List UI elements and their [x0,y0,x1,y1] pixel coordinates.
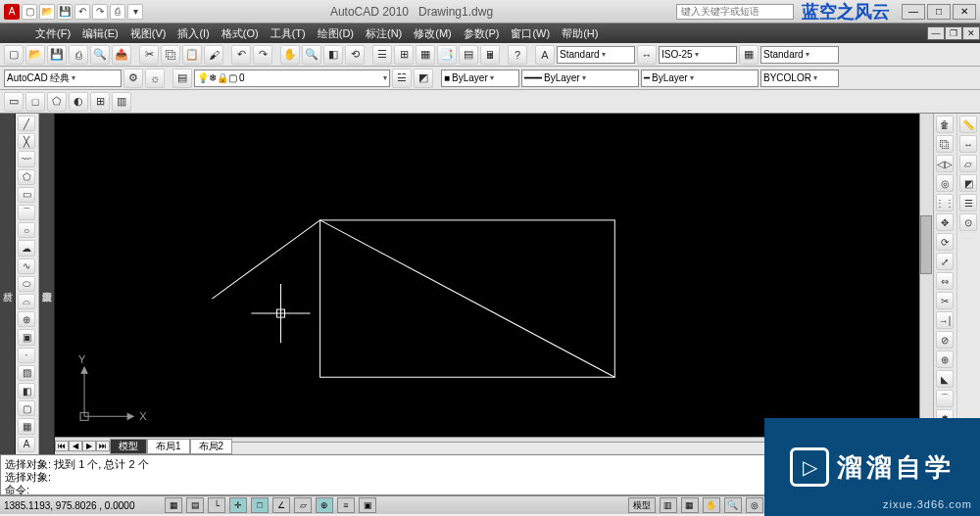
insert-icon[interactable]: ⊕ [18,311,35,327]
sheetset-icon[interactable]: 📑 [437,45,457,65]
menu-view[interactable]: 视图(V) [124,26,172,41]
id-icon[interactable]: ⊙ [959,213,977,231]
offset-icon[interactable]: ◎ [936,174,954,192]
qp-toggle[interactable]: ▣ [359,497,376,513]
dyn-toggle[interactable]: ⊕ [316,497,333,513]
menu-tools[interactable]: 工具(T) [265,26,312,41]
layer-states-icon[interactable]: ☱ [392,69,412,88]
rectangle-icon[interactable]: ▭ [18,187,35,203]
snap-toggle[interactable]: ▦ [165,497,182,513]
zoom2-icon[interactable]: 🔍 [724,497,742,513]
measure-icon[interactable]: 📏 [959,116,977,133]
vp-clip-icon[interactable]: ◐ [69,92,88,112]
table-style-icon[interactable]: ▦ [739,45,759,65]
steering-icon[interactable]: ◎ [746,497,763,513]
paste-icon[interactable]: 📋 [182,45,202,65]
matchprop-icon[interactable]: 🖌 [204,45,223,65]
dsgnctr-icon[interactable]: ⊞ [394,45,414,65]
undo-icon[interactable]: ↶ [74,4,90,20]
polar-toggle[interactable]: ✛ [229,497,247,513]
plot-icon[interactable]: ⎙ [69,45,88,65]
line-icon[interactable]: ╱ [18,116,35,131]
spline-icon[interactable]: ∿ [18,258,35,274]
publish-icon[interactable]: 📤 [112,45,131,65]
trim-icon[interactable]: ✂ [936,292,954,309]
pan-icon[interactable]: ✋ [280,45,300,65]
qat-dropdown-icon[interactable]: ▾ [127,4,143,20]
app-logo-icon[interactable]: A [4,4,20,20]
undo2-icon[interactable]: ↶ [231,45,251,65]
menu-window[interactable]: 窗口(W) [505,26,556,41]
menu-dimension[interactable]: 标注(N) [360,26,408,41]
mtext-icon[interactable]: A [18,437,35,452]
print-icon[interactable]: ⎙ [110,4,125,20]
xline-icon[interactable]: ╳ [18,133,35,149]
open-doc-icon[interactable]: 📂 [25,45,45,65]
workspace-combo[interactable]: AutoCAD 经典▾ [4,70,122,87]
move-icon[interactable]: ✥ [936,213,954,231]
menu-draw[interactable]: 绘图(D) [312,26,360,41]
vscroll[interactable] [919,114,933,454]
cut-icon[interactable]: ✂ [139,45,159,65]
doc-close-button[interactable]: ✕ [962,26,980,40]
maximize-button[interactable]: □ [927,4,951,20]
markup-icon[interactable]: ▤ [459,45,478,65]
scale-icon[interactable]: ⤢ [936,253,954,270]
ortho-toggle[interactable]: └ [208,497,225,513]
single-vp-icon[interactable]: □ [25,92,45,112]
help-icon[interactable]: ? [508,45,527,65]
otrack-toggle[interactable]: ∠ [272,497,290,513]
open-icon[interactable]: 📂 [39,4,55,20]
chamfer-icon[interactable]: ◣ [936,370,954,388]
stretch-icon[interactable]: ⇔ [936,272,954,290]
lwt-toggle[interactable]: ≡ [337,497,355,513]
minimize-button[interactable]: — [902,4,925,20]
color-combo[interactable]: ■ ByLayer▾ [441,70,519,87]
text-style-icon[interactable]: A [535,45,555,65]
copy2-icon[interactable]: ⿻ [936,135,954,153]
tab-model[interactable]: 模型 [110,439,147,454]
tab-next-icon[interactable]: ▶ [82,441,96,451]
mirror-icon[interactable]: ◁▷ [936,155,954,172]
region-icon[interactable]: ▢ [18,400,35,416]
save-icon[interactable]: 💾 [57,4,73,20]
menu-file[interactable]: 文件(F) [29,26,76,41]
ws-save-icon[interactable]: ☼ [145,69,165,88]
ellipsearc-icon[interactable]: ⌓ [18,294,35,309]
properties-icon[interactable]: ☰ [372,45,392,65]
menu-edit[interactable]: 编辑(E) [76,26,124,41]
doc-restore-button[interactable]: ❐ [945,26,962,40]
gradient-icon[interactable]: ◧ [18,383,35,399]
zoom-win-icon[interactable]: ◧ [323,45,343,65]
layer-iso-icon[interactable]: ◩ [414,69,433,88]
erase-icon[interactable]: 🗑 [936,116,954,133]
copy-icon[interactable]: ⿻ [161,45,180,65]
polyline-icon[interactable]: 〰 [18,151,35,166]
poly-vp-icon[interactable]: ⬠ [47,92,67,112]
ellipse-icon[interactable]: ⬭ [18,276,35,292]
named-views-icon[interactable]: ▭ [4,92,24,112]
table-icon[interactable]: ▦ [18,418,35,434]
redo2-icon[interactable]: ↷ [253,45,272,65]
dim-style-icon[interactable]: ↔ [637,45,657,65]
tab-first-icon[interactable]: ⏮ [55,441,69,451]
ws-settings-icon[interactable]: ⚙ [123,69,143,88]
plotstyle-combo[interactable]: BYCOLOR▾ [760,70,839,87]
dim-style-combo[interactable]: ISO-25▾ [659,46,737,64]
lineweight-combo[interactable]: ━ ByLayer▾ [641,70,759,87]
menu-modify[interactable]: 修改(M) [408,26,458,41]
area-icon[interactable]: ▱ [959,155,977,172]
list-icon[interactable]: ☰ [959,194,977,211]
rotate-icon[interactable]: ⟳ [936,233,954,251]
tab-layout1[interactable]: 布局1 [147,439,190,454]
region2-icon[interactable]: ◩ [959,174,977,192]
arc-icon[interactable]: ⌒ [18,205,35,220]
hatch-icon[interactable]: ▨ [18,365,35,381]
doc-minimize-button[interactable]: — [927,26,945,40]
menu-parametric[interactable]: 参数(P) [458,26,506,41]
menu-format[interactable]: 格式(O) [216,26,265,41]
tab-layout2[interactable]: 布局2 [190,439,233,454]
qview-layouts-icon[interactable]: ▥ [660,497,677,513]
menu-help[interactable]: 帮助(H) [556,26,604,41]
qview-dwgs-icon[interactable]: ▦ [681,497,699,513]
